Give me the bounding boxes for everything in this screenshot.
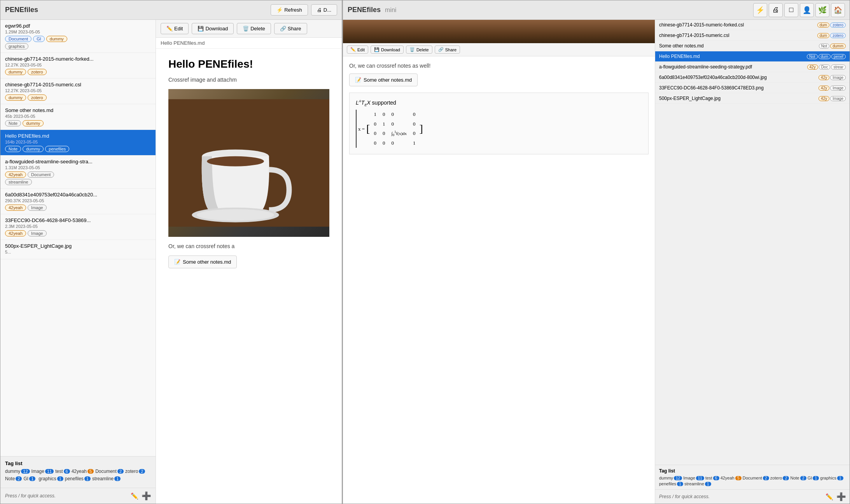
mini-tag-42y[interactable]: 42y: [819, 75, 829, 80]
mini-preview-pane: ✏️ Edit 💾 Download 🗑️ Delete 🔗 Share: [343, 20, 655, 504]
tag-image[interactable]: Image: [28, 230, 47, 236]
file-item-flowguided[interactable]: a-flowguided-streamline-seeding-stra... …: [0, 156, 156, 189]
mini-crossref-link-button[interactable]: 📝 Some other notes.md: [349, 74, 418, 86]
preview-filename: Hello PENEfiles.md: [156, 38, 342, 49]
share-button[interactable]: 🔗 Share: [274, 23, 307, 34]
crossref-link-button[interactable]: 📝 Some other notes.md: [168, 256, 237, 268]
mini-tag-dum[interactable]: dum: [817, 33, 829, 38]
tag-document[interactable]: Document: [28, 172, 54, 178]
mini-file-item-hello-penefiles[interactable]: Hello PENEfiles.md Not dum penef: [655, 51, 850, 62]
mini-tag-list-title: Tag list: [659, 468, 846, 474]
file-item-hello-penefiles[interactable]: Hello PENEfiles.md 164b 2023-05-05 Note …: [0, 130, 156, 156]
mini-delete-button[interactable]: 🗑️ Delete: [406, 46, 432, 54]
mini-tag-image[interactable]: Image: [830, 75, 846, 80]
mini-download-button[interactable]: 💾 Download: [371, 46, 404, 54]
mini-tag-badge-dummy: dummy 12: [659, 476, 682, 480]
mini-tag-dumm[interactable]: dumm: [830, 44, 846, 49]
tag-zotero[interactable]: zotero: [28, 69, 47, 75]
mini-leaf-icon-btn[interactable]: 🌿: [815, 3, 829, 17]
mini-download-icon: 💾: [374, 47, 380, 52]
mini-preview-content: Or, we can crossref notes as well! 📝 Som…: [343, 56, 655, 504]
add-status-icon-btn[interactable]: ➕: [142, 491, 151, 500]
tag-graphics[interactable]: graphics: [5, 43, 28, 49]
mini-share-button[interactable]: 🔗 Share: [435, 46, 460, 54]
download-button[interactable]: 💾 Download: [192, 23, 234, 34]
tag-badge-dummy: dummy 12: [5, 469, 30, 474]
share-icon: 🔗: [280, 26, 286, 32]
mini-file-list: chinese-gb7714-2015-numeric-forked.csl d…: [655, 20, 850, 465]
mini-tag-zotero[interactable]: zotero: [830, 23, 846, 28]
mini-tag-badge-42yeah: 42yeah 5: [721, 476, 742, 480]
file-item-some-notes[interactable]: Some other notes.md 45b 2023-05-05 Note …: [0, 104, 156, 130]
tag-penefiles[interactable]: penefiles: [45, 146, 69, 152]
mini-edit-button[interactable]: ✏️ Edit: [347, 46, 368, 54]
file-item-egwr96[interactable]: egwr96.pdf 1.29M 2023-05-05 Document GI …: [0, 20, 156, 53]
mini-tag-dum[interactable]: dum: [817, 23, 829, 28]
mini-tag-strear[interactable]: strear: [831, 65, 846, 70]
d-button[interactable]: 🖨 D...: [311, 4, 337, 16]
printer-icon: 🖨: [317, 7, 322, 13]
file-item-33fecc[interactable]: 33FECC90-DC66-4628-84F0-53869... 2.3M 20…: [0, 214, 156, 240]
tag-zotero[interactable]: zotero: [28, 94, 47, 101]
mini-lightning-icon-btn[interactable]: ⚡: [753, 3, 767, 17]
mini-home-icon-btn[interactable]: 🏠: [831, 3, 845, 17]
mini-tag-badge-gi: GI 1: [808, 476, 819, 480]
tag-dummy[interactable]: dummy: [46, 36, 67, 42]
svg-point-3: [207, 156, 264, 166]
mini-tag-dum[interactable]: dum: [819, 54, 831, 59]
file-item-500px[interactable]: 500px-ESPER_LightCage.jpg 5...: [0, 240, 156, 259]
mini-printer-icon-btn[interactable]: 🖨: [769, 3, 783, 17]
tag-dummy[interactable]: dummy: [5, 69, 26, 75]
mini-status-text: Press / for quick access.: [659, 494, 710, 499]
tag-42yeah[interactable]: 42yeah: [5, 230, 26, 236]
mini-tag-penef[interactable]: penef: [831, 54, 846, 59]
mini-tag-doc[interactable]: Doc: [819, 65, 831, 70]
file-item-chinese-forked[interactable]: chinese-gb7714-2015-numeric-forked... 12…: [0, 53, 156, 79]
mini-tag-42y[interactable]: 42y: [819, 96, 829, 101]
mini-file-item-33fecc[interactable]: 33FECC90-DC66-4628-84F0-53869C478ED3.png…: [655, 83, 850, 93]
mini-delete-icon: 🗑️: [409, 47, 415, 52]
mini-tag-not[interactable]: Not: [807, 54, 818, 59]
tag-document[interactable]: Document: [5, 36, 31, 42]
file-item-6a00[interactable]: 6a00d8341e409753ef0240a46ca0cb20... 290.…: [0, 189, 156, 214]
mini-add-status-icon-btn[interactable]: ➕: [836, 492, 846, 501]
mini-title-bar: PENEfiles mini ⚡ 🖨 □ 👤 🌿 🏠: [343, 0, 850, 20]
edit-button[interactable]: ✏️ Edit: [161, 23, 189, 34]
tag-42yeah[interactable]: 42yeah: [5, 205, 26, 211]
refresh-button[interactable]: ⚡ Refresh: [271, 4, 308, 16]
delete-button[interactable]: 🗑️ Delete: [237, 23, 271, 34]
mini-tag-not[interactable]: Not: [819, 44, 830, 49]
file-item-chinese-numeric[interactable]: chinese-gb7714-2015-numeric.csl 12.27K 2…: [0, 79, 156, 104]
tag-dummy[interactable]: dummy: [23, 120, 44, 126]
tag-badge-image: Image 11: [31, 469, 54, 474]
tag-badge-penefiles: penefiles 1: [65, 476, 91, 481]
mini-file-item-6a00[interactable]: 6a00d8341e409753ef0240a46ca0cb200d-800wi…: [655, 72, 850, 83]
mini-user-icon-btn[interactable]: 👤: [800, 3, 814, 17]
mini-tag-zotero[interactable]: zotero: [830, 33, 846, 38]
tag-42yeah[interactable]: 42yeah: [5, 172, 26, 178]
latex-matrix: x = [ 1000 0100 00∫01f(x)dx0: [356, 110, 642, 148]
mini-edit-status-icon-btn[interactable]: ✏️: [825, 492, 834, 501]
mini-file-item-500px[interactable]: 500px-ESPER_LightCage.jpg 42y Image: [655, 93, 850, 104]
tag-note[interactable]: Note: [5, 120, 21, 126]
tag-gi[interactable]: GI: [33, 36, 45, 42]
mini-file-item-some-notes[interactable]: Some other notes.md Not dumm: [655, 41, 850, 51]
mini-file-item-chinese-forked[interactable]: chinese-gb7714-2015-numeric-forked.csl d…: [655, 20, 850, 30]
tag-image[interactable]: Image: [28, 205, 47, 211]
mini-preview-toolbar: ✏️ Edit 💾 Download 🗑️ Delete 🔗 Share: [343, 43, 655, 56]
mini-tag-42y[interactable]: 42y: [807, 65, 818, 70]
tag-streamline[interactable]: streamline: [5, 179, 32, 185]
edit-status-icon-btn[interactable]: ✏️: [130, 491, 139, 500]
mini-file-item-flowguided[interactable]: a-flowguided-streamline-seeding-strategy…: [655, 62, 850, 72]
tag-badge-note: Note 2: [5, 476, 22, 481]
mini-tag-42y[interactable]: 42y: [819, 86, 829, 91]
mini-window-icon-btn[interactable]: □: [784, 3, 798, 17]
mini-tag-image[interactable]: Image: [830, 86, 846, 91]
mini-file-item-chinese-numeric[interactable]: chinese-gb7714-2015-numeric.csl dum zote…: [655, 30, 850, 41]
tag-badge-gi: GI 1: [23, 476, 35, 481]
tag-note[interactable]: Note: [5, 146, 21, 152]
tag-dummy[interactable]: dummy: [5, 94, 26, 101]
tag-dummy[interactable]: dummy: [23, 146, 44, 152]
status-text: Press / for quick access.: [5, 493, 56, 499]
mini-tag-image[interactable]: Image: [830, 96, 846, 101]
